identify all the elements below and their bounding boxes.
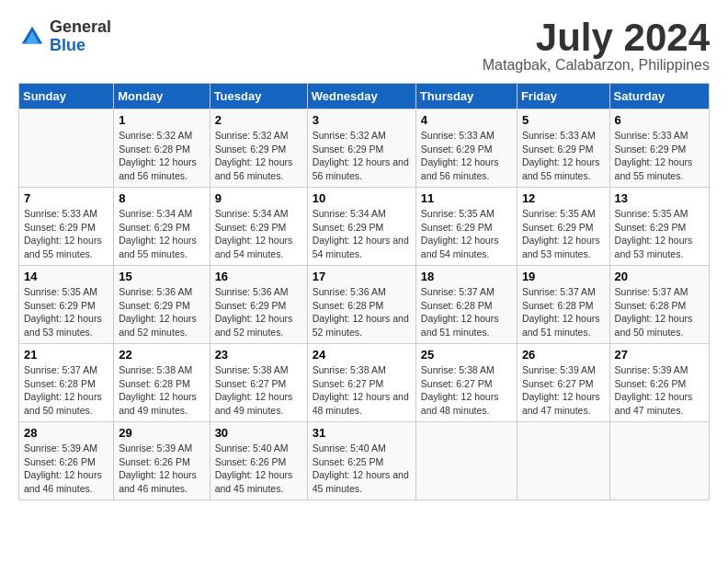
day-info: Sunrise: 5:40 AMSunset: 6:26 PMDaylight:…: [215, 442, 302, 496]
day-info: Sunrise: 5:32 AMSunset: 6:29 PMDaylight:…: [215, 129, 302, 183]
day-info: Sunrise: 5:35 AMSunset: 6:29 PMDaylight:…: [522, 207, 605, 261]
week-row-1: 1Sunrise: 5:32 AMSunset: 6:28 PMDaylight…: [19, 109, 710, 188]
day-number: 8: [119, 191, 204, 205]
day-cell: 19Sunrise: 5:37 AMSunset: 6:28 PMDayligh…: [517, 266, 609, 344]
week-row-5: 28Sunrise: 5:39 AMSunset: 6:26 PMDayligh…: [19, 422, 710, 500]
day-cell: 28Sunrise: 5:39 AMSunset: 6:26 PMDayligh…: [19, 422, 114, 500]
location-subtitle: Matagbak, Calabarzon, Philippines: [483, 57, 710, 74]
day-info: Sunrise: 5:39 AMSunset: 6:26 PMDaylight:…: [24, 442, 108, 496]
calendar-body: 1Sunrise: 5:32 AMSunset: 6:28 PMDaylight…: [19, 109, 710, 500]
day-number: 7: [24, 191, 108, 205]
day-number: 17: [313, 270, 411, 283]
day-cell: 5Sunrise: 5:33 AMSunset: 6:29 PMDaylight…: [517, 109, 609, 188]
day-cell: [415, 422, 517, 500]
day-number: 16: [215, 270, 302, 283]
day-info: Sunrise: 5:33 AMSunset: 6:29 PMDaylight:…: [421, 129, 512, 183]
day-cell: 13Sunrise: 5:35 AMSunset: 6:29 PMDayligh…: [609, 188, 709, 266]
day-info: Sunrise: 5:35 AMSunset: 6:29 PMDaylight:…: [615, 207, 704, 261]
day-info: Sunrise: 5:37 AMSunset: 6:28 PMDaylight:…: [421, 285, 512, 339]
day-info: Sunrise: 5:33 AMSunset: 6:29 PMDaylight:…: [615, 129, 704, 183]
calendar-header: SundayMondayTuesdayWednesdayThursdayFrid…: [19, 84, 710, 109]
day-number: 24: [313, 348, 411, 362]
day-cell: 31Sunrise: 5:40 AMSunset: 6:25 PMDayligh…: [307, 422, 415, 500]
day-cell: 6Sunrise: 5:33 AMSunset: 6:29 PMDaylight…: [609, 109, 709, 188]
day-cell: 29Sunrise: 5:39 AMSunset: 6:26 PMDayligh…: [114, 422, 210, 500]
day-info: Sunrise: 5:39 AMSunset: 6:27 PMDaylight:…: [522, 363, 605, 418]
header-cell-saturday: Saturday: [609, 84, 709, 109]
day-cell: 10Sunrise: 5:34 AMSunset: 6:29 PMDayligh…: [307, 188, 415, 266]
day-cell: 7Sunrise: 5:33 AMSunset: 6:29 PMDaylight…: [19, 188, 114, 266]
day-info: Sunrise: 5:34 AMSunset: 6:29 PMDaylight:…: [215, 207, 302, 261]
day-cell: [609, 422, 709, 500]
day-cell: [517, 422, 609, 500]
day-cell: 16Sunrise: 5:36 AMSunset: 6:29 PMDayligh…: [210, 266, 307, 344]
header-cell-tuesday: Tuesday: [210, 84, 307, 109]
week-row-3: 14Sunrise: 5:35 AMSunset: 6:29 PMDayligh…: [19, 266, 710, 344]
day-cell: 24Sunrise: 5:38 AMSunset: 6:27 PMDayligh…: [307, 344, 415, 422]
day-number: 22: [119, 348, 204, 362]
day-info: Sunrise: 5:36 AMSunset: 6:29 PMDaylight:…: [215, 285, 302, 339]
title-block: July 2024 Matagbak, Calabarzon, Philippi…: [483, 18, 710, 74]
day-number: 30: [215, 426, 302, 440]
day-cell: 3Sunrise: 5:32 AMSunset: 6:29 PMDaylight…: [307, 109, 415, 188]
week-row-2: 7Sunrise: 5:33 AMSunset: 6:29 PMDaylight…: [19, 188, 710, 266]
day-cell: 18Sunrise: 5:37 AMSunset: 6:28 PMDayligh…: [415, 266, 517, 344]
day-number: 1: [119, 113, 204, 127]
day-number: 28: [24, 426, 108, 440]
day-cell: 9Sunrise: 5:34 AMSunset: 6:29 PMDaylight…: [210, 188, 307, 266]
day-number: 11: [421, 191, 512, 205]
header-cell-thursday: Thursday: [415, 84, 517, 109]
day-info: Sunrise: 5:39 AMSunset: 6:26 PMDaylight:…: [615, 363, 704, 418]
day-number: 6: [615, 113, 704, 127]
day-cell: 8Sunrise: 5:34 AMSunset: 6:29 PMDaylight…: [114, 188, 210, 266]
day-cell: 17Sunrise: 5:36 AMSunset: 6:28 PMDayligh…: [307, 266, 415, 344]
day-cell: 20Sunrise: 5:37 AMSunset: 6:28 PMDayligh…: [609, 266, 709, 344]
day-number: 9: [215, 191, 302, 205]
day-number: 14: [24, 270, 108, 283]
day-cell: 25Sunrise: 5:38 AMSunset: 6:27 PMDayligh…: [415, 344, 517, 422]
day-info: Sunrise: 5:34 AMSunset: 6:29 PMDaylight:…: [313, 207, 411, 261]
calendar-table: SundayMondayTuesdayWednesdayThursdayFrid…: [18, 83, 710, 500]
day-info: Sunrise: 5:40 AMSunset: 6:25 PMDaylight:…: [313, 442, 411, 496]
day-number: 31: [313, 426, 411, 440]
day-info: Sunrise: 5:37 AMSunset: 6:28 PMDaylight:…: [24, 363, 108, 418]
day-cell: 2Sunrise: 5:32 AMSunset: 6:29 PMDaylight…: [210, 109, 307, 188]
day-number: 10: [313, 191, 411, 205]
day-info: Sunrise: 5:37 AMSunset: 6:28 PMDaylight:…: [615, 285, 704, 339]
day-info: Sunrise: 5:38 AMSunset: 6:27 PMDaylight:…: [421, 363, 512, 418]
day-cell: 23Sunrise: 5:38 AMSunset: 6:27 PMDayligh…: [210, 344, 307, 422]
day-number: 20: [615, 270, 704, 283]
day-cell: 12Sunrise: 5:35 AMSunset: 6:29 PMDayligh…: [517, 188, 609, 266]
day-cell: 11Sunrise: 5:35 AMSunset: 6:29 PMDayligh…: [415, 188, 517, 266]
day-info: Sunrise: 5:38 AMSunset: 6:27 PMDaylight:…: [313, 363, 411, 418]
day-number: 15: [119, 270, 204, 283]
day-info: Sunrise: 5:35 AMSunset: 6:29 PMDaylight:…: [421, 207, 512, 261]
day-info: Sunrise: 5:38 AMSunset: 6:27 PMDaylight:…: [215, 363, 302, 418]
day-number: 4: [421, 113, 512, 127]
day-number: 26: [522, 348, 605, 362]
week-row-4: 21Sunrise: 5:37 AMSunset: 6:28 PMDayligh…: [19, 344, 710, 422]
day-number: 29: [119, 426, 204, 440]
day-cell: [19, 109, 114, 188]
logo-text: General Blue: [50, 18, 111, 55]
header: General Blue July 2024 Matagbak, Calabar…: [18, 18, 710, 74]
day-number: 19: [522, 270, 605, 283]
day-number: 13: [615, 191, 704, 205]
day-info: Sunrise: 5:36 AMSunset: 6:28 PMDaylight:…: [313, 285, 411, 339]
day-number: 18: [421, 270, 512, 283]
day-number: 21: [24, 348, 108, 362]
day-cell: 14Sunrise: 5:35 AMSunset: 6:29 PMDayligh…: [19, 266, 114, 344]
day-number: 23: [215, 348, 302, 362]
header-cell-monday: Monday: [114, 84, 210, 109]
day-cell: 4Sunrise: 5:33 AMSunset: 6:29 PMDaylight…: [415, 109, 517, 188]
day-info: Sunrise: 5:32 AMSunset: 6:28 PMDaylight:…: [119, 129, 204, 183]
day-info: Sunrise: 5:34 AMSunset: 6:29 PMDaylight:…: [119, 207, 204, 261]
day-info: Sunrise: 5:36 AMSunset: 6:29 PMDaylight:…: [119, 285, 204, 339]
day-info: Sunrise: 5:32 AMSunset: 6:29 PMDaylight:…: [313, 129, 411, 183]
logo-icon: [18, 23, 46, 51]
header-cell-sunday: Sunday: [19, 84, 114, 109]
day-info: Sunrise: 5:38 AMSunset: 6:28 PMDaylight:…: [119, 363, 204, 418]
day-info: Sunrise: 5:33 AMSunset: 6:29 PMDaylight:…: [24, 207, 108, 261]
day-info: Sunrise: 5:35 AMSunset: 6:29 PMDaylight:…: [24, 285, 108, 339]
day-cell: 26Sunrise: 5:39 AMSunset: 6:27 PMDayligh…: [517, 344, 609, 422]
